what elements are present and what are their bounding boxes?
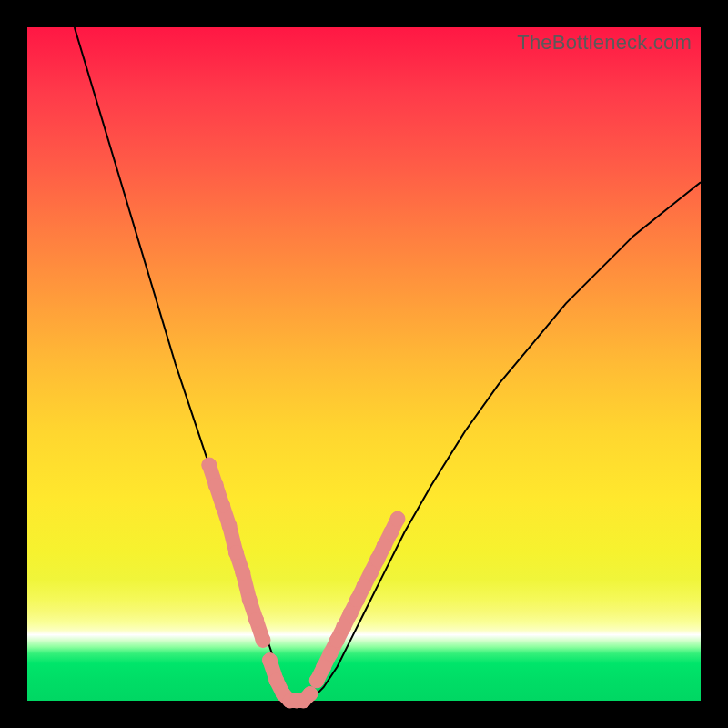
marker-dot — [317, 660, 331, 674]
marker-dot — [236, 565, 250, 580]
marker-dot — [216, 498, 230, 512]
marker-group — [202, 458, 405, 708]
marker-dot — [384, 525, 399, 540]
marker-dot — [357, 579, 371, 593]
marker-dot — [269, 673, 284, 688]
marker-dot — [337, 620, 351, 634]
marker-dot — [222, 519, 237, 533]
marker-dot — [208, 478, 223, 492]
chart-plot-area: TheBottleneck.com — [27, 27, 701, 701]
marker-dot — [329, 632, 344, 647]
marker-dot — [242, 592, 257, 607]
marker-dot — [390, 511, 405, 526]
marker-dot — [343, 606, 358, 621]
marker-dot — [377, 539, 391, 553]
curve-group — [75, 27, 701, 701]
marker-dot — [370, 552, 385, 567]
marker-dot — [256, 632, 270, 647]
marker-dot — [303, 687, 318, 702]
marker-dot — [323, 646, 338, 661]
marker-dot — [202, 458, 217, 472]
marker-dot — [363, 565, 378, 580]
chart-frame: TheBottleneck.com — [0, 0, 728, 728]
chart-svg — [27, 27, 701, 701]
marker-dot — [262, 653, 277, 668]
marker-dot — [228, 545, 243, 560]
bottleneck-curve — [75, 27, 701, 701]
marker-dot — [249, 612, 264, 627]
marker-dot — [350, 592, 365, 607]
marker-dot — [309, 673, 324, 688]
